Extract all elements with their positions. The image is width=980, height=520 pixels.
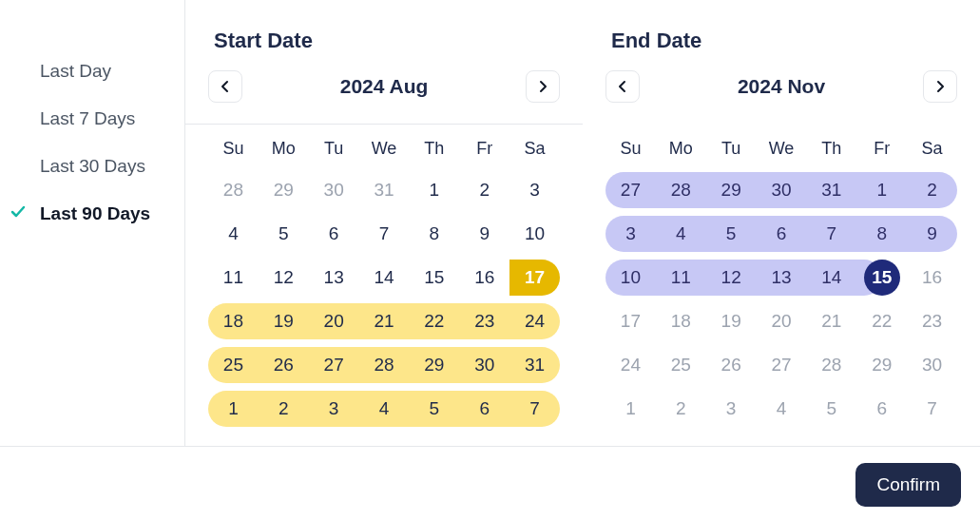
calendar-day[interactable]: 22 bbox=[856, 303, 907, 339]
calendar-day[interactable]: 8 bbox=[856, 216, 907, 252]
calendar-day[interactable]: 9 bbox=[459, 216, 509, 252]
calendar-day[interactable]: 16 bbox=[907, 260, 957, 296]
calendar-day[interactable]: 11 bbox=[656, 260, 706, 296]
calendar-day[interactable]: 26 bbox=[706, 347, 757, 383]
calendar-day[interactable]: 4 bbox=[208, 216, 259, 252]
calendar-day[interactable]: 12 bbox=[259, 260, 309, 296]
calendar-day[interactable]: 28 bbox=[656, 172, 706, 208]
calendar-day[interactable]: 27 bbox=[309, 347, 359, 383]
chevron-left-icon bbox=[221, 80, 230, 93]
calendar-day[interactable]: 28 bbox=[208, 172, 259, 208]
calendar-day[interactable]: 6 bbox=[856, 391, 907, 427]
calendar-day[interactable]: 24 bbox=[509, 303, 560, 339]
calendar-day[interactable]: 9 bbox=[907, 216, 957, 252]
calendar-day[interactable]: 25 bbox=[208, 347, 259, 383]
calendar-day[interactable]: 31 bbox=[509, 347, 560, 383]
preset-item[interactable]: Last Day bbox=[11, 48, 184, 95]
calendar-day[interactable]: 1 bbox=[208, 391, 259, 427]
calendar-day[interactable]: 29 bbox=[409, 347, 459, 383]
day-of-week-label: Tu bbox=[309, 133, 359, 164]
calendar-day[interactable]: 16 bbox=[459, 260, 509, 296]
calendar-day[interactable]: 2 bbox=[907, 172, 957, 208]
preset-item[interactable]: Last 30 Days bbox=[11, 143, 184, 190]
calendar-day[interactable]: 19 bbox=[706, 303, 757, 339]
calendar-day[interactable]: 12 bbox=[706, 260, 757, 296]
calendar-day[interactable]: 3 bbox=[605, 216, 656, 252]
calendar-day[interactable]: 4 bbox=[359, 391, 410, 427]
calendar-day[interactable]: 2 bbox=[259, 391, 309, 427]
calendar-day[interactable]: 15 bbox=[409, 260, 459, 296]
calendar-day[interactable]: 25 bbox=[656, 347, 706, 383]
calendar-day[interactable]: 28 bbox=[359, 347, 410, 383]
calendar-day[interactable]: 20 bbox=[309, 303, 359, 339]
calendar-day[interactable]: 7 bbox=[907, 391, 957, 427]
calendar-day[interactable]: 7 bbox=[806, 216, 856, 252]
end-prev-month-button[interactable] bbox=[605, 70, 640, 103]
start-next-month-button[interactable] bbox=[526, 70, 560, 103]
preset-item[interactable]: Last 90 Days bbox=[11, 190, 184, 238]
calendar-day[interactable]: 5 bbox=[259, 216, 309, 252]
calendar-day[interactable]: 3 bbox=[509, 172, 560, 208]
calendar-day[interactable]: 14 bbox=[359, 260, 410, 296]
calendar-day[interactable]: 3 bbox=[309, 391, 359, 427]
calendar-day[interactable]: 24 bbox=[605, 347, 656, 383]
calendar-day[interactable]: 6 bbox=[757, 216, 807, 252]
start-month-label: 2024 Aug bbox=[340, 75, 429, 98]
calendar-day[interactable]: 13 bbox=[309, 260, 359, 296]
calendar-day[interactable]: 18 bbox=[208, 303, 259, 339]
calendar-day[interactable]: 5 bbox=[409, 391, 459, 427]
calendar-day[interactable]: 2 bbox=[656, 391, 706, 427]
calendar-day[interactable]: 19 bbox=[259, 303, 309, 339]
calendar-day[interactable]: 30 bbox=[459, 347, 509, 383]
calendar-day[interactable]: 18 bbox=[656, 303, 706, 339]
calendar-day[interactable]: 22 bbox=[409, 303, 459, 339]
calendar-day[interactable]: 5 bbox=[706, 216, 757, 252]
calendar-day[interactable]: 28 bbox=[806, 347, 856, 383]
day-of-week-label: Tu bbox=[706, 133, 757, 164]
calendar-day[interactable]: 29 bbox=[856, 347, 907, 383]
calendar-day[interactable]: 1 bbox=[605, 391, 656, 427]
preset-item[interactable]: Last 7 Days bbox=[11, 95, 184, 143]
calendar-day[interactable]: 7 bbox=[509, 391, 560, 427]
calendar-day[interactable]: 4 bbox=[656, 216, 706, 252]
calendar-day[interactable]: 30 bbox=[309, 172, 359, 208]
calendar-day[interactable]: 20 bbox=[757, 303, 807, 339]
calendar-day[interactable]: 31 bbox=[359, 172, 410, 208]
calendar-day[interactable]: 14 bbox=[806, 260, 856, 296]
calendar-day[interactable]: 4 bbox=[757, 391, 807, 427]
day-of-week-label: Fr bbox=[459, 133, 509, 164]
calendar-day[interactable]: 23 bbox=[907, 303, 957, 339]
calendar-day[interactable]: 15 bbox=[856, 260, 907, 296]
day-of-week-label: Sa bbox=[907, 133, 957, 164]
calendar-day[interactable]: 30 bbox=[907, 347, 957, 383]
calendar-day[interactable]: 6 bbox=[309, 216, 359, 252]
calendar-day[interactable]: 30 bbox=[757, 172, 807, 208]
calendar-day[interactable]: 11 bbox=[208, 260, 259, 296]
calendar-day[interactable]: 5 bbox=[806, 391, 856, 427]
calendar-day[interactable]: 17 bbox=[509, 260, 560, 296]
calendar-day[interactable]: 23 bbox=[459, 303, 509, 339]
calendar-day[interactable]: 21 bbox=[806, 303, 856, 339]
calendar-day[interactable]: 29 bbox=[706, 172, 757, 208]
calendar-day[interactable]: 21 bbox=[359, 303, 410, 339]
calendar-day[interactable]: 10 bbox=[509, 216, 560, 252]
calendar-day[interactable]: 6 bbox=[459, 391, 509, 427]
calendar-day[interactable]: 7 bbox=[359, 216, 410, 252]
end-next-month-button[interactable] bbox=[923, 70, 957, 103]
calendar-day[interactable]: 10 bbox=[605, 260, 656, 296]
preset-list: Last DayLast 7 DaysLast 30 DaysLast 90 D… bbox=[0, 0, 185, 446]
calendar-day[interactable]: 2 bbox=[459, 172, 509, 208]
calendar-day[interactable]: 26 bbox=[259, 347, 309, 383]
confirm-button[interactable]: Confirm bbox=[855, 463, 961, 507]
calendar-day[interactable]: 8 bbox=[409, 216, 459, 252]
calendar-day[interactable]: 17 bbox=[605, 303, 656, 339]
calendar-day[interactable]: 27 bbox=[757, 347, 807, 383]
calendar-day[interactable]: 31 bbox=[806, 172, 856, 208]
calendar-day[interactable]: 27 bbox=[605, 172, 656, 208]
calendar-day[interactable]: 1 bbox=[856, 172, 907, 208]
calendar-day[interactable]: 29 bbox=[259, 172, 309, 208]
start-prev-month-button[interactable] bbox=[208, 70, 242, 103]
calendar-day[interactable]: 13 bbox=[757, 260, 807, 296]
calendar-day[interactable]: 1 bbox=[409, 172, 459, 208]
calendar-day[interactable]: 3 bbox=[706, 391, 757, 427]
